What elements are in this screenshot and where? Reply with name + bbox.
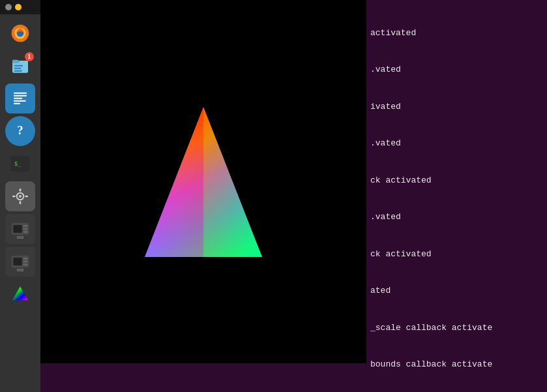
svg-marker-41 [203, 107, 262, 257]
svg-rect-35 [23, 261, 28, 263]
svg-rect-6 [14, 65, 23, 67]
window-control-btn2[interactable] [15, 4, 22, 10]
svg-rect-29 [23, 228, 28, 230]
terminal-line-4: .vated [370, 138, 543, 150]
dock-item-settings[interactable] [5, 181, 35, 211]
files-badge: 1 [25, 52, 34, 61]
writer-icon [10, 88, 31, 109]
terminal-line-9: _scale callback activate [370, 322, 543, 335]
dock-item-display[interactable] [5, 279, 35, 309]
svg-text:?: ? [17, 123, 23, 137]
dock-item-writer[interactable] [5, 83, 35, 113]
terminal-line-8: ated [370, 285, 543, 297]
svg-rect-24 [12, 196, 16, 198]
svg-rect-5 [12, 60, 18, 63]
svg-rect-8 [14, 70, 22, 72]
terminal-line-1: activated [370, 27, 543, 40]
svg-rect-7 [14, 68, 22, 69]
main-content: activated .vated ivated .vated ck activa… [40, 0, 547, 392]
svg-rect-30 [23, 231, 28, 233]
settings-icon-svg [10, 186, 31, 207]
application-dock: 1 ? [0, 0, 40, 392]
svg-rect-25 [25, 196, 28, 198]
ssd2-icon-svg: SSD [10, 251, 31, 272]
gradient-triangle [138, 100, 269, 264]
terminal-line-6: .vated [370, 211, 543, 224]
ssd1-icon-svg: SSD [10, 219, 31, 239]
dock-item-ssd2[interactable]: SSD [5, 247, 35, 277]
svg-rect-33 [13, 258, 22, 265]
terminal-line-2: .vated [370, 64, 543, 76]
terminal-line-3: ivated [370, 101, 543, 113]
svg-rect-23 [20, 201, 22, 204]
help-icon: ? [10, 121, 31, 142]
svg-rect-22 [20, 188, 22, 192]
dock-item-terminal[interactable]: $_ [5, 149, 35, 179]
svg-marker-40 [145, 107, 203, 257]
content-area: activated .vated ivated .vated ck activa… [40, 0, 547, 392]
svg-rect-10 [14, 93, 27, 94]
svg-rect-34 [23, 258, 28, 260]
firefox-icon [10, 23, 31, 44]
svg-point-21 [19, 195, 22, 198]
dock-item-help[interactable]: ? [5, 116, 35, 146]
svg-rect-13 [14, 100, 26, 102]
dock-item-ssd1[interactable]: SSD [5, 214, 35, 244]
dock-icons-list: 1 ? [0, 18, 40, 309]
dock-top-bar [0, 0, 40, 14]
svg-text:$_: $_ [14, 160, 22, 167]
svg-rect-36 [23, 264, 28, 265]
svg-rect-27 [13, 225, 22, 233]
svg-marker-38 [12, 286, 28, 300]
dock-item-firefox[interactable] [5, 18, 35, 48]
svg-text:SSD: SSD [17, 268, 24, 272]
display-icon-svg [10, 284, 31, 305]
dock-item-files[interactable]: 1 [5, 51, 35, 81]
svg-rect-12 [14, 98, 22, 99]
svg-rect-28 [23, 225, 28, 227]
terminal-output-panel: activated .vated ivated .vated ck activa… [366, 0, 547, 392]
window-control-btn[interactable] [5, 4, 12, 10]
terminal-line-10: bounds callback activate [370, 359, 543, 371]
terminal-line-7: ck activated [370, 249, 543, 261]
terminal-icon-svg: $_ [10, 153, 31, 174]
svg-rect-11 [14, 95, 27, 97]
terminal-line-5: ck activated [370, 175, 543, 187]
opengl-window [40, 0, 366, 363]
svg-rect-14 [14, 103, 20, 104]
svg-text:SSD: SSD [17, 235, 24, 239]
